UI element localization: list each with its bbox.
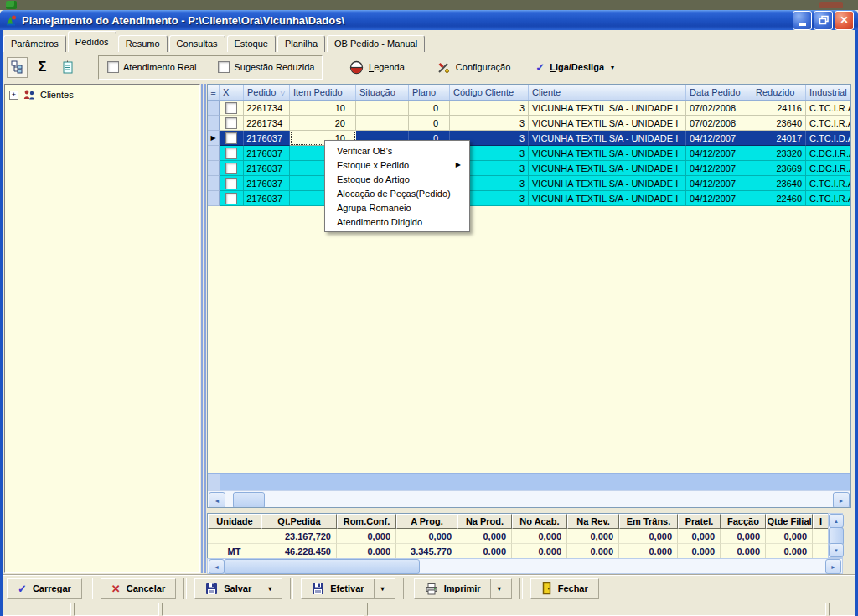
cell-item-pedido[interactable]: 10 [290, 101, 356, 116]
cell-codigo-cliente[interactable]: 3 [450, 116, 529, 131]
cell-data-pedido[interactable]: 07/02/2008 [686, 116, 752, 131]
efetivar-button[interactable]: Efetivar ▾ [301, 578, 395, 599]
summary-header[interactable]: Unidade [208, 514, 261, 529]
cell-industrial[interactable]: C.TC.I.R.A [806, 176, 850, 191]
cell-data-pedido[interactable]: 04/12/2007 [686, 146, 752, 161]
cell-data-pedido[interactable]: 04/12/2007 [686, 131, 752, 146]
cell-reduzido[interactable]: 23669 [752, 161, 806, 176]
tab-resumo[interactable]: Resumo [118, 35, 168, 52]
scroll-thumb[interactable] [224, 559, 420, 574]
header-item-pedido[interactable]: Item Pedido [290, 85, 356, 100]
row-checkbox[interactable] [220, 131, 244, 146]
cell-situacao[interactable] [356, 101, 409, 116]
menu-item-agrupa-romaneio[interactable]: Agrupa Romaneio [325, 200, 469, 215]
header-cliente[interactable]: Cliente [529, 85, 686, 100]
checkbox-box[interactable] [225, 117, 237, 129]
cell-reduzido[interactable]: 23640 [752, 116, 806, 131]
cell-cliente[interactable]: VICUNHA TEXTIL S/A - UNIDADE I [529, 161, 686, 176]
summary-header[interactable]: Em Trâns. [619, 514, 678, 529]
tab-parametros[interactable]: Parâmetros [3, 35, 66, 52]
imprimir-button[interactable]: Imprimir ▾ [414, 578, 512, 599]
cell-pedido[interactable]: 2176037 [244, 131, 290, 146]
grid-horizontal-scrollbar[interactable]: ◄ ► [208, 490, 850, 508]
row-checkbox[interactable] [220, 191, 244, 206]
row-checkbox[interactable] [220, 161, 244, 176]
tree-view-button[interactable] [7, 57, 28, 78]
menu-item-estoque-do-artigo[interactable]: Estoque do Artigo [325, 172, 469, 186]
efetivar-dropdown[interactable]: ▾ [374, 579, 385, 598]
cell-cliente[interactable]: VICUNHA TEXTIL S/A - UNIDADE I [529, 131, 686, 146]
menu-item-estoque-x-pedido[interactable]: Estoque x Pedido▶ [325, 158, 469, 172]
atendimento-real-checkbox[interactable]: Atendimento Real [107, 61, 196, 73]
cell-industrial[interactable]: C.DC.I.R.A [806, 146, 850, 161]
grid-corner-menu-icon[interactable]: ≡ [208, 85, 220, 100]
summary-vertical-scrollbar[interactable]: ▲ ▼ [828, 513, 843, 558]
scroll-right-icon[interactable]: ► [833, 492, 850, 508]
cell-pedido[interactable]: 2176037 [244, 146, 290, 161]
carregar-button[interactable]: ✓ Carregar [7, 578, 82, 599]
sort-filter-icon[interactable]: ▽ [280, 89, 285, 96]
header-x[interactable]: X [220, 85, 244, 100]
checkbox-box[interactable] [107, 61, 119, 73]
cell-pedido[interactable]: 2176037 [244, 191, 290, 206]
configuracao-button[interactable]: Configuração [437, 60, 510, 75]
restore-button[interactable] [814, 11, 833, 30]
table-row-highlighted[interactable]: 2176037 3 VICUNHA TEXTIL S/A - UNIDADE I… [208, 176, 850, 191]
close-button[interactable]: ✕ [835, 11, 854, 30]
cell-industrial[interactable]: C.TC.I.D.A [806, 131, 850, 146]
summary-horizontal-scrollbar[interactable]: ◄ ► [207, 558, 843, 574]
tab-planilha[interactable]: Planilha [277, 35, 325, 52]
tree-node-clientes[interactable]: + Clientes [5, 85, 199, 101]
cell-reduzido[interactable]: 24017 [752, 131, 806, 146]
cell-reduzido[interactable]: 23640 [752, 176, 806, 191]
fechar-button[interactable]: Fechar [530, 578, 599, 599]
tab-ob-pedido-manual[interactable]: OB Pedido - Manual [327, 35, 425, 52]
salvar-button[interactable]: Salvar ▾ [194, 578, 282, 599]
table-row[interactable]: 2261734 10 0 3 VICUNHA TEXTIL S/A - UNID… [208, 101, 850, 116]
table-row-highlighted[interactable]: 2176037 3 VICUNHA TEXTIL S/A - UNIDADE I… [208, 146, 850, 161]
summary-header[interactable]: Qtde Filial [766, 514, 813, 529]
cell-pedido[interactable]: 2261734 [244, 116, 290, 131]
salvar-dropdown[interactable]: ▾ [261, 579, 271, 598]
cell-pedido[interactable]: 2176037 [244, 161, 290, 176]
table-row-highlighted[interactable]: 2176037 3 VICUNHA TEXTIL S/A - UNIDADE I… [208, 191, 850, 206]
cell-plano[interactable]: 0 [409, 101, 450, 116]
header-codigo-cliente[interactable]: Código Cliente [450, 85, 529, 100]
sum-button[interactable]: Σ [32, 57, 53, 78]
checkbox-box[interactable] [218, 61, 230, 73]
cell-data-pedido[interactable]: 04/12/2007 [686, 191, 752, 206]
scroll-down-icon[interactable]: ▼ [829, 543, 844, 557]
cell-industrial[interactable]: C.TC.I.R.A [806, 191, 850, 206]
row-checkbox[interactable] [220, 146, 244, 161]
cell-item-pedido[interactable]: 20 [290, 116, 356, 131]
cell-cliente[interactable]: VICUNHA TEXTIL S/A - UNIDADE I [529, 116, 686, 131]
checkbox-box[interactable] [225, 193, 237, 204]
tab-estoque[interactable]: Estoque [227, 35, 276, 52]
menu-item-atendimento-dirigido[interactable]: Atendimento Dirigido [325, 215, 469, 229]
header-situacao[interactable]: Situação [356, 85, 409, 100]
header-pedido[interactable]: Pedido▽ [244, 85, 290, 100]
table-row-selected[interactable]: ▶ 2176037 10 0 3 VICUNHA TEXTIL S/A - UN… [208, 131, 850, 146]
checkbox-box[interactable] [225, 163, 237, 174]
header-data-pedido[interactable]: Data Pedido [686, 85, 752, 100]
scroll-left-icon[interactable]: ◄ [209, 492, 225, 508]
cell-data-pedido[interactable]: 07/02/2008 [686, 101, 752, 116]
imprimir-dropdown[interactable]: ▾ [490, 579, 501, 598]
checkbox-box[interactable] [225, 132, 237, 144]
menu-item-verificar-obs[interactable]: Verificar OB's [325, 143, 469, 158]
summary-header[interactable]: Na Prod. [457, 514, 512, 529]
summary-header[interactable]: Pratel. [678, 514, 721, 529]
scroll-right-icon[interactable]: ► [825, 559, 841, 574]
cell-plano[interactable]: 0 [409, 116, 450, 131]
summary-header[interactable]: I [813, 514, 828, 529]
cell-industrial[interactable]: C.TC.I.R.A [806, 101, 850, 116]
cell-data-pedido[interactable]: 04/12/2007 [686, 176, 752, 191]
cell-pedido[interactable]: 2176037 [244, 176, 290, 191]
tab-pedidos[interactable]: Pedidos [68, 31, 116, 52]
cell-codigo-cliente[interactable]: 3 [450, 101, 529, 116]
cell-industrial[interactable]: C.DC.I.R.A [806, 161, 850, 176]
minimize-button[interactable] [793, 11, 812, 30]
table-row-highlighted[interactable]: 2176037 3 VICUNHA TEXTIL S/A - UNIDADE I… [208, 161, 850, 176]
tab-consultas[interactable]: Consultas [169, 35, 225, 52]
checkbox-box[interactable] [225, 148, 237, 159]
